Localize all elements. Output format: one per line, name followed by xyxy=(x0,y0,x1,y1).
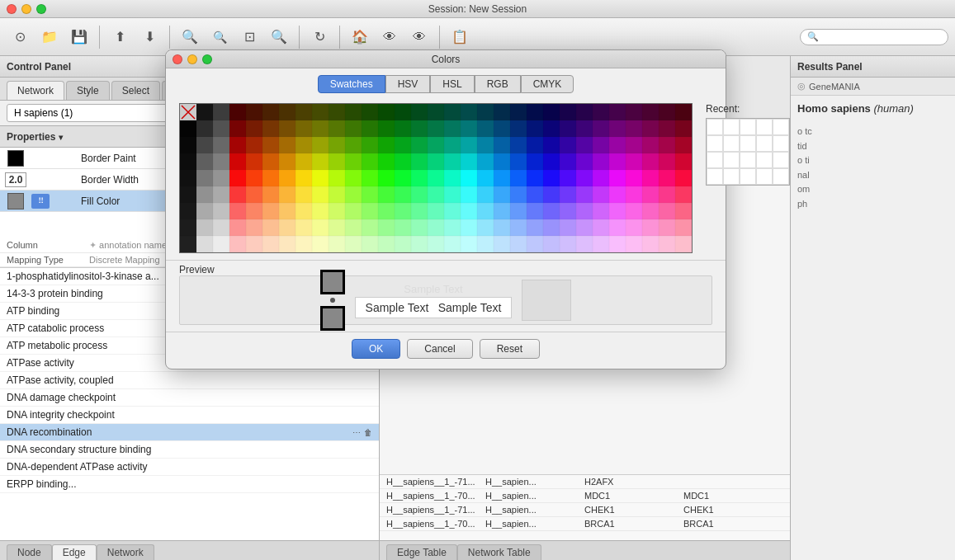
tab-style[interactable]: Style xyxy=(66,81,110,100)
import-icon[interactable]: ⬆ xyxy=(106,24,133,50)
export-icon[interactable]: ⬇ xyxy=(136,24,163,50)
zoom-select-icon[interactable]: 🔍 xyxy=(266,24,292,50)
species-suffix: (human) xyxy=(871,102,914,115)
dialog-maximize-button[interactable] xyxy=(202,54,212,64)
table-cell: H__sapien... xyxy=(485,505,584,515)
recent-cell[interactable] xyxy=(723,168,740,185)
zoom-in-icon[interactable]: 🔍 xyxy=(177,24,203,50)
list-item[interactable]: ERPP binding... xyxy=(0,476,379,493)
folder-icon[interactable]: 📁 xyxy=(36,24,63,50)
recent-cell[interactable] xyxy=(756,119,773,135)
network-icon[interactable]: 🏠 xyxy=(347,24,373,50)
column-mapping-label: Column xyxy=(7,240,89,251)
reset-button[interactable]: Reset xyxy=(480,339,540,359)
recent-cell[interactable] xyxy=(773,168,789,185)
script-icon[interactable]: 📋 xyxy=(447,24,473,50)
search-input[interactable] xyxy=(822,31,941,43)
tab-network-bottom[interactable]: Network xyxy=(97,544,154,560)
recent-cell[interactable] xyxy=(707,152,723,168)
recent-cell[interactable] xyxy=(773,152,789,168)
tab-network-table[interactable]: Network Table xyxy=(457,544,541,560)
recent-cell[interactable] xyxy=(723,135,740,152)
recent-cell[interactable] xyxy=(740,152,756,168)
list-item[interactable]: DNA integrity checkpoint xyxy=(0,407,379,424)
recent-cell[interactable] xyxy=(723,119,740,135)
fill-color-map: ⠿ xyxy=(28,194,53,209)
right-panel: Results Panel ◎ GeneMANIA Homo sapiens (… xyxy=(790,56,955,560)
recent-cell[interactable] xyxy=(723,152,740,168)
tab-select[interactable]: Select xyxy=(111,81,160,100)
dialog-minimize-button[interactable] xyxy=(187,54,197,64)
list-item-selected[interactable]: DNA recombination ⋯ 🗑 xyxy=(0,424,379,441)
tab-swatches[interactable]: Swatches xyxy=(318,75,385,93)
table-cell: H__sapien... xyxy=(485,491,584,501)
recent-cell[interactable] xyxy=(707,135,723,152)
recent-cell[interactable] xyxy=(740,119,756,135)
list-item-delete-icon[interactable]: 🗑 xyxy=(364,428,372,437)
recent-cell[interactable] xyxy=(756,168,773,185)
preview-node-2 xyxy=(320,306,345,331)
control-panel-title: Control Panel xyxy=(7,61,71,73)
view-icon[interactable]: 👁 xyxy=(376,24,403,50)
color-grid[interactable] xyxy=(179,103,693,253)
recent-colors-area: Recent: xyxy=(706,103,790,186)
window-title: Session: New Session xyxy=(428,3,527,15)
results-toolbar: ◎ GeneMANIA xyxy=(791,78,955,96)
eye-icon[interactable]: 👁 xyxy=(406,24,433,50)
close-button[interactable] xyxy=(7,4,17,14)
maximize-button[interactable] xyxy=(36,4,46,14)
zoom-fit-icon[interactable]: ⊡ xyxy=(236,24,262,50)
cancel-button[interactable]: Cancel xyxy=(407,339,472,359)
mapping-type-value: Discrete Mapping xyxy=(89,255,160,265)
table-cell: H__sapien... xyxy=(485,519,584,529)
ok-button[interactable]: OK xyxy=(352,339,400,359)
zoom-out-icon[interactable]: 🔍 xyxy=(206,24,233,50)
fill-color-swatch[interactable] xyxy=(7,193,24,209)
gene-mania-button[interactable]: ◎ GeneMANIA xyxy=(797,81,860,92)
recent-cell[interactable] xyxy=(756,135,773,152)
tab-cmyk[interactable]: CMYK xyxy=(521,75,574,93)
refresh-icon[interactable]: ↻ xyxy=(306,24,333,50)
preview-dot xyxy=(330,298,335,303)
tab-hsl[interactable]: HSL xyxy=(430,75,474,93)
tab-edge-table[interactable]: Edge Table xyxy=(386,544,457,560)
results-line: tid xyxy=(797,139,948,154)
list-item[interactable]: DNA damage checkpoint xyxy=(0,389,379,407)
preview-label: Preview xyxy=(179,264,215,275)
list-item[interactable]: ATPase activity, coupled xyxy=(0,372,379,389)
list-item[interactable]: DNA-dependent ATPase activity xyxy=(0,459,379,476)
tab-node[interactable]: Node xyxy=(7,544,52,560)
border-paint-def xyxy=(3,150,28,167)
list-item-more-icon[interactable]: ⋯ xyxy=(352,428,361,437)
tab-hsv[interactable]: HSV xyxy=(385,75,431,93)
tab-rgb[interactable]: RGB xyxy=(475,75,521,93)
toolbar-separator-2 xyxy=(169,26,170,49)
recent-cell[interactable] xyxy=(707,168,723,185)
dialog-close-button[interactable] xyxy=(173,54,182,64)
recent-cell[interactable] xyxy=(756,152,773,168)
properties-dropdown-icon[interactable]: ▾ xyxy=(59,133,63,142)
table-cell: CHEK1 xyxy=(683,505,782,515)
recent-cell[interactable] xyxy=(773,119,789,135)
window-controls xyxy=(7,4,46,14)
table-cell-num: -3.41990842424... xyxy=(782,477,790,487)
tab-edge[interactable]: Edge xyxy=(52,544,97,560)
results-line: o tc xyxy=(797,125,948,139)
list-item[interactable]: DNA secondary structure binding xyxy=(0,441,379,459)
results-panel-title: Results Panel xyxy=(797,61,863,73)
fill-color-mapping-button[interactable]: ⠿ xyxy=(31,194,50,209)
table-cell: BRCA1 xyxy=(683,519,782,529)
recent-cell[interactable] xyxy=(707,119,723,135)
recent-cell[interactable] xyxy=(740,135,756,152)
recent-cell[interactable] xyxy=(740,168,756,185)
colors-dialog[interactable]: Colors Swatches HSV HSL RGB CMYK Recent: xyxy=(165,49,726,369)
preview-text-background: Sample Text Sample Text xyxy=(355,297,513,318)
save-icon[interactable]: 💾 xyxy=(66,24,92,50)
border-paint-swatch[interactable] xyxy=(7,150,24,167)
minimize-button[interactable] xyxy=(21,4,31,14)
tab-network[interactable]: Network xyxy=(7,81,64,100)
dialog-title-bar: Colors xyxy=(166,50,726,68)
preview-section: Preview Sample Text Sample Text Sample T… xyxy=(166,260,726,332)
home-icon[interactable]: ⊙ xyxy=(7,24,33,50)
recent-cell[interactable] xyxy=(773,135,789,152)
